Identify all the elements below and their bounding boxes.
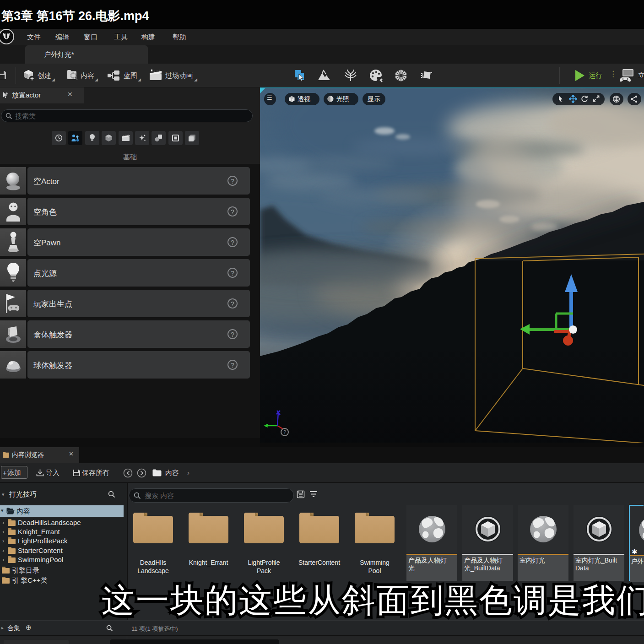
svg-text:?: ? [283,429,286,435]
